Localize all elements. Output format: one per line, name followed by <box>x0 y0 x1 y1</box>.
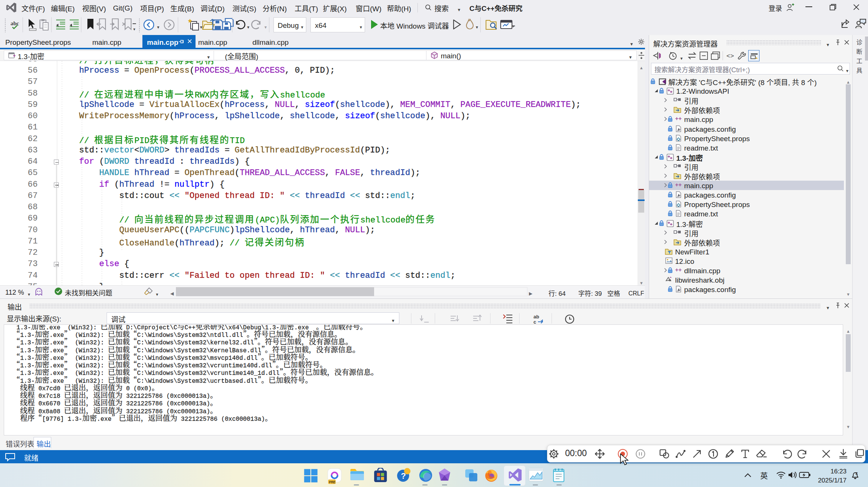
svg-text:++: ++ <box>675 182 682 188</box>
svg-text:ab: ab <box>533 314 539 320</box>
svg-text:++: ++ <box>675 116 682 122</box>
svg-text:PRE: PRE <box>329 480 336 484</box>
svg-text:Z: Z <box>856 472 858 475</box>
svg-text:++: ++ <box>675 267 682 273</box>
svg-text:c: c <box>533 319 536 324</box>
